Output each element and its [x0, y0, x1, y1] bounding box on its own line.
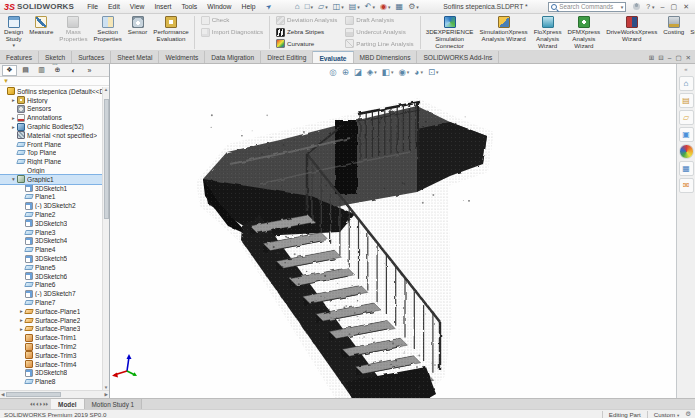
tree-plane6[interactable]: Plane6: [0, 281, 109, 290]
ribbon-button[interactable]: ▾: [420, 16, 421, 49]
design-study-button[interactable]: Design Study ▾: [1, 15, 26, 50]
forum-icon[interactable]: ✉: [679, 178, 694, 193]
curvature-button[interactable]: Curvature ▾: [272, 38, 341, 50]
tree-top-plane[interactable]: Top Plane: [0, 149, 109, 158]
deviation-analysis-button[interactable]: Deviation Analysis ▾: [272, 15, 341, 27]
doc-restore-button[interactable]: ▢: [675, 54, 681, 62]
undo-icon[interactable]: ↶▾: [362, 2, 377, 11]
tree-filter[interactable]: ▼: [0, 77, 109, 86]
file-explorer-icon[interactable]: ▱: [679, 110, 694, 125]
tab-mbd-dimensions[interactable]: MBD Dimensions: [354, 51, 418, 63]
zoom-fit-icon[interactable]: ◎▾: [327, 67, 338, 77]
displaymanager-tab[interactable]: ◐: [66, 65, 81, 76]
menu-file[interactable]: File: [82, 3, 103, 10]
tab-weldments[interactable]: Weldments: [159, 51, 205, 63]
tree-plane4[interactable]: Plane4: [0, 245, 109, 254]
prev-tab-icon[interactable]: ⏴: [36, 401, 39, 408]
collapse-pane-icon[interactable]: «: [684, 66, 687, 72]
new-document-icon[interactable]: □▾: [302, 2, 315, 11]
menu-edit[interactable]: Edit: [103, 3, 125, 10]
panel-tab-overflow[interactable]: »: [82, 65, 97, 76]
mass-properties-button[interactable]: Mass Properties ▾: [56, 15, 90, 50]
tree-graphic-bodies[interactable]: Graphic Bodies(52): [0, 122, 109, 131]
tab-surfaces[interactable]: Surfaces: [72, 51, 111, 63]
tree-plane8[interactable]: Plane8: [0, 377, 109, 386]
doc-close-button[interactable]: ✕: [686, 54, 691, 62]
tree-root-part[interactable]: Sofiins stepenica (Default<<Default>: [0, 87, 109, 96]
custom-properties-icon[interactable]: ▦: [679, 161, 694, 176]
tree-3dsketch2[interactable]: (-) 3DSketch2: [0, 201, 109, 210]
measure-button[interactable]: Measure ▾: [26, 15, 56, 50]
pin-icon[interactable]: ➤: [265, 2, 274, 12]
tree-3dsketch3[interactable]: 3DSketch3: [0, 219, 109, 228]
next-tab-icon[interactable]: ⏵: [40, 401, 43, 408]
login-user-icon[interactable]: [633, 3, 640, 10]
menu-tools[interactable]: Tools: [176, 3, 202, 10]
tree-plane7[interactable]: Plane7: [0, 298, 109, 307]
tree-surface-trim1[interactable]: Surface-Trim1: [0, 333, 109, 342]
tree-surface-trim3[interactable]: Surface-Trim3: [0, 351, 109, 360]
motion-study-tab[interactable]: Motion Study 1: [85, 399, 143, 409]
tree-surface-plane3[interactable]: Surface-Plane3: [0, 325, 109, 334]
minimize-button[interactable]: –: [658, 3, 668, 11]
tree-front-plane[interactable]: Front Plane: [0, 140, 109, 149]
ribbon-button[interactable]: ▾: [269, 16, 270, 49]
first-tab-icon[interactable]: ⏴⏴: [30, 401, 35, 408]
ribbon-button[interactable]: ▾: [194, 16, 195, 49]
file-properties-icon[interactable]: ▦▾: [393, 2, 406, 11]
graphics-viewport[interactable]: ◎▾⊕▾◪▾◈▾◧▾◉▾◕▾⊡▾: [110, 64, 676, 398]
staircase-scan-mesh[interactable]: [110, 64, 676, 398]
view-orientation-icon[interactable]: ◈▾: [365, 67, 379, 77]
tree-origin[interactable]: Origin: [0, 166, 109, 175]
menu-help[interactable]: Help: [236, 3, 260, 10]
ribbon-button[interactable]: ▾: [197, 38, 267, 50]
draft-analysis-button[interactable]: Draft Analysis ▾: [341, 15, 417, 27]
propertymanager-tab[interactable]: ▤: [18, 65, 33, 76]
sensor-button[interactable]: Sensor ▾: [125, 15, 151, 50]
appearances-icon[interactable]: ●: [679, 144, 694, 159]
options-icon[interactable]: ⚙▾: [406, 2, 422, 11]
simulationxpress-button[interactable]: SimulationXpress Analysis Wizard ▾: [477, 15, 531, 50]
configurationmanager-tab[interactable]: ▥: [34, 65, 49, 76]
sustainability-button[interactable]: Sustainability ▾: [687, 15, 695, 50]
last-tab-icon[interactable]: ⏵⏵: [43, 401, 48, 408]
print-icon[interactable]: ▤▾: [346, 2, 362, 11]
view-palette-icon[interactable]: ▣: [679, 127, 694, 142]
restore-button[interactable]: ▢: [668, 3, 681, 11]
display-style-icon[interactable]: ◧▾: [380, 67, 396, 77]
tree-history[interactable]: History: [0, 96, 109, 105]
menu-window[interactable]: Window: [202, 3, 236, 10]
tree-plane3[interactable]: Plane3: [0, 228, 109, 237]
driveworksxpress-button[interactable]: DriveWorksXpress Wizard ▾: [603, 15, 660, 50]
simulation-connector-button[interactable]: 3DEXPERIENCE Simulation Connector ▾: [423, 15, 477, 50]
edit-appearance-icon[interactable]: ◕▾: [412, 67, 425, 77]
dfmxpress-button[interactable]: DFMXpress Analysis Wizard ▾: [565, 15, 604, 50]
help-button[interactable]: ? ▾: [643, 3, 657, 10]
tree-3dsketch4[interactable]: 3DSketch4: [0, 237, 109, 246]
tab-data-migration[interactable]: Data Migration: [205, 51, 261, 63]
rebuild-icon[interactable]: ◉▾: [378, 2, 394, 11]
doc-window-icon-b[interactable]: ⊟: [658, 54, 663, 62]
section-properties-button[interactable]: Section Properties ▾: [91, 15, 125, 50]
import-diagnostics-button[interactable]: Import Diagnostics ▾: [197, 27, 267, 39]
tab-direct-editing[interactable]: Direct Editing: [261, 51, 313, 63]
scrollbar-thumb[interactable]: [104, 99, 109, 219]
zoom-area-icon[interactable]: ⊕▾: [340, 67, 351, 77]
tree-annotations[interactable]: Annotations: [0, 113, 109, 122]
tree-right-plane[interactable]: Right Plane: [0, 157, 109, 166]
menu-insert[interactable]: Insert: [149, 3, 176, 10]
tree-3dsketch8[interactable]: 3DSketch8: [0, 369, 109, 378]
check-button[interactable]: Check ▾: [197, 15, 267, 27]
undercut-analysis-button[interactable]: Undercut Analysis ▾: [341, 27, 417, 39]
tree-plane2[interactable]: Plane2: [0, 210, 109, 219]
zebra-stripes-button[interactable]: Zebra Stripes ▾: [272, 27, 341, 39]
tree-surface-trim4[interactable]: Surface-Trim4: [0, 360, 109, 369]
save-icon[interactable]: ◫▾: [330, 2, 346, 11]
tree-3dsketch1[interactable]: 3DSketch1: [0, 184, 109, 193]
units-selector[interactable]: Custom ▾: [654, 411, 679, 418]
design-library-icon[interactable]: ▤: [679, 93, 694, 108]
tab-sheet-metal[interactable]: Sheet Metal: [111, 51, 159, 63]
tree-plane1[interactable]: Plane1: [0, 193, 109, 202]
tree-material[interactable]: Material <not specified>: [0, 131, 109, 140]
tree-surface-plane2[interactable]: Surface-Plane2: [0, 316, 109, 325]
